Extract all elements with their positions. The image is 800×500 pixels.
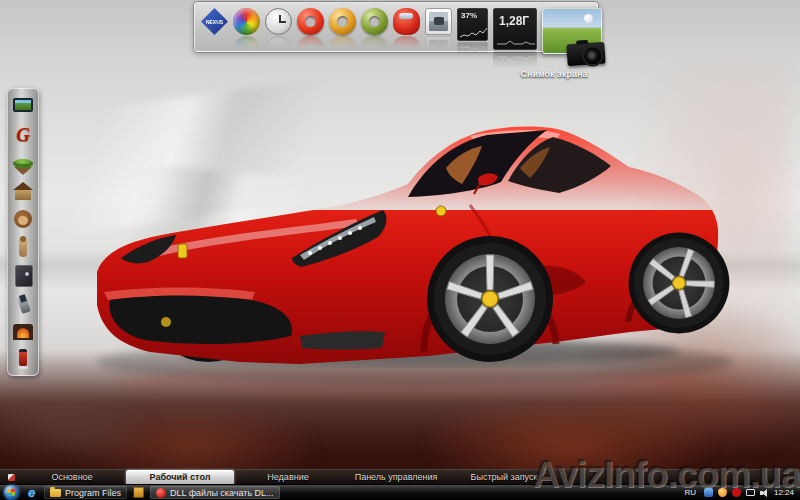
tv-icon[interactable] — [11, 95, 35, 119]
taskbar-button-label: Program Files — [65, 488, 121, 498]
internet-explorer-icon[interactable]: e — [25, 486, 38, 499]
network-meter-widget[interactable]: 1,28Г — [493, 8, 537, 50]
cpu-meter-widget[interactable]: 37% — [457, 8, 488, 41]
red-figure-icon[interactable] — [11, 347, 35, 371]
power-button-green-icon[interactable] — [361, 8, 388, 35]
fireplace-icon[interactable] — [11, 319, 35, 343]
network-graph — [496, 34, 536, 46]
clock-icon[interactable] — [265, 8, 292, 35]
left-dock: G — [7, 88, 39, 376]
tab-main[interactable]: Основное — [18, 470, 126, 485]
cpu-meter-value: 37% — [461, 11, 477, 20]
floating-island-icon[interactable] — [11, 151, 35, 175]
red-letter-glyph: G — [16, 124, 30, 146]
ferrari-wallpaper — [0, 0, 800, 500]
photo-viewer-icon[interactable] — [425, 8, 452, 35]
red-letter-logo-icon[interactable]: G — [11, 123, 35, 147]
tab-control-panel[interactable]: Панель управления — [342, 470, 450, 485]
top-dock: NEXUS 37% 1,28Г — [194, 2, 598, 52]
folder-icon — [50, 489, 61, 497]
watermark: AvizInfo.com.ua — [533, 454, 800, 496]
taskbar-button-program-files[interactable]: Program Files — [44, 486, 127, 499]
tab-bar-mini-icon[interactable] — [8, 474, 15, 481]
network-meter-value: 1,28Г — [499, 14, 529, 28]
taskbar-button-dll[interactable]: DLL файлы скачать DL... — [150, 486, 280, 499]
pinned-app-icon[interactable] — [133, 487, 144, 498]
start-button[interactable] — [4, 485, 19, 500]
camera-icon — [566, 42, 605, 67]
meerkat-icon[interactable] — [11, 235, 35, 259]
nexus-logo-icon[interactable]: NEXUS — [201, 8, 228, 35]
safe-icon[interactable] — [11, 263, 35, 287]
nexus-label: NEXUS — [206, 19, 223, 25]
mobile-phone-icon[interactable] — [11, 291, 35, 315]
taskbar-button-label: DLL файлы скачать DL... — [170, 488, 274, 498]
desktop: NEXUS 37% 1,28Г Снимок экрана G — [0, 0, 800, 500]
monkey-icon[interactable] — [11, 207, 35, 231]
power-button-red-icon[interactable] — [297, 8, 324, 35]
tab-desktop[interactable]: Рабочий стол — [126, 470, 234, 485]
winstep-pinwheel-icon[interactable] — [233, 8, 260, 35]
tab-recent[interactable]: Недавние — [234, 470, 342, 485]
house-icon[interactable] — [11, 179, 35, 203]
red-car-icon[interactable] — [393, 8, 420, 35]
power-button-orange-icon[interactable] — [329, 8, 356, 35]
screenshot-tool-tile[interactable] — [542, 8, 602, 54]
moon-icon — [584, 14, 593, 23]
screenshot-tool-label: Снимок экрана — [514, 69, 594, 79]
dll-app-icon — [156, 488, 166, 498]
cpu-graph — [459, 25, 488, 39]
